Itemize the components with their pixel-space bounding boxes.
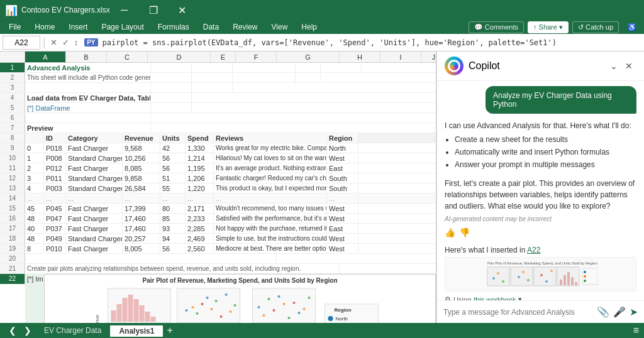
cell-b2[interactable] <box>151 73 192 82</box>
cell-link-a22[interactable]: A22 <box>527 246 540 254</box>
col-header-e[interactable]: E <box>211 52 236 62</box>
share-button[interactable]: ↑ Share ▾ <box>528 21 569 33</box>
cell-d8[interactable]: Revenue <box>123 133 160 143</box>
row-num-3: 3 <box>0 83 25 92</box>
cell-c8[interactable]: Category <box>66 133 123 143</box>
svg-point-83 <box>492 277 495 280</box>
copilot-response-text: First, let's create a pair plot. This pr… <box>445 178 636 212</box>
col-header-b[interactable]: B <box>66 52 107 62</box>
ribbon-tab-pagelayout[interactable]: Page Layout <box>95 21 150 33</box>
col-header-f[interactable]: F <box>236 52 277 62</box>
ribbon-tab-review[interactable]: Review <box>226 21 264 33</box>
cell-e1[interactable] <box>296 63 321 72</box>
svg-rect-79 <box>487 267 509 286</box>
cell-a22-image[interactable]: [*] Image <box>25 274 44 323</box>
comments-button[interactable]: 💬 💬 Comments Comments <box>469 21 524 33</box>
thumbs-up-button[interactable]: 👍 <box>445 226 455 239</box>
python-badge: PY <box>84 38 97 46</box>
minimize-button[interactable]: ─ <box>110 0 139 20</box>
ribbon-tab-formulas[interactable]: Formulas <box>152 21 196 33</box>
col-header-g[interactable]: G <box>277 52 340 62</box>
cell-c2[interactable] <box>192 73 233 82</box>
window-controls: ─ ❐ ✕ <box>110 0 197 20</box>
svg-point-36 <box>303 308 306 310</box>
cell-a7[interactable]: Preview <box>25 123 151 133</box>
cell-b5[interactable] <box>151 103 192 112</box>
formula-bar: | ✕ ✓ ↕ PY pairplot = sns.pairplot(EVDat… <box>0 34 644 52</box>
cell-f1[interactable] <box>321 63 362 72</box>
copilot-response-1: I can use Advanced Analysis for that. He… <box>445 120 636 172</box>
ribbon-tab-file[interactable]: File <box>3 21 27 33</box>
cell-a21[interactable]: Create pair plots analyzing relationship… <box>25 264 340 273</box>
sheet-tab-ev-charger-data[interactable]: EV Charger Data <box>35 325 110 336</box>
cell-a1[interactable]: Advanced Analysis <box>25 63 151 72</box>
copilot-logo <box>445 57 464 75</box>
inserted-section: Here's what I inserted in A22 Pair Plot … <box>445 246 636 300</box>
ribbon: File Home Insert Page Layout Formulas Da… <box>0 20 644 34</box>
cell-b3[interactable] <box>151 83 192 92</box>
cell-a3[interactable] <box>25 83 151 92</box>
cell-c1[interactable] <box>192 63 233 72</box>
accessibility-button[interactable]: ♿ <box>623 22 641 33</box>
microphone-button[interactable]: 🎤 <box>613 306 626 318</box>
cell-b1[interactable] <box>151 63 192 72</box>
cell-e8[interactable]: Units <box>160 133 186 143</box>
ribbon-tab-home[interactable]: Home <box>28 21 61 33</box>
col-header-a[interactable]: A <box>25 52 66 62</box>
cell-j8[interactable]: Region <box>327 133 358 143</box>
sheets-menu-button[interactable]: ≡ <box>633 325 639 336</box>
col-header-i[interactable]: I <box>380 52 421 62</box>
row-num-21: 21 <box>0 264 25 273</box>
close-button[interactable]: ✕ <box>168 0 197 20</box>
svg-point-22 <box>220 315 223 318</box>
copilot-close-button[interactable]: ✕ <box>621 60 636 72</box>
ribbon-tab-help[interactable]: Help <box>295 21 323 33</box>
cell-d2[interactable] <box>233 73 296 82</box>
cell-b8[interactable]: ID <box>44 133 66 143</box>
svg-rect-95 <box>571 277 574 285</box>
confirm-formula-icon[interactable]: ✓ <box>60 38 71 47</box>
thumbs-down-button[interactable]: 👎 <box>459 226 470 239</box>
svg-point-31 <box>278 295 280 298</box>
cell-c3[interactable] <box>192 83 233 92</box>
cell-f8[interactable]: Spend <box>186 133 214 143</box>
svg-rect-7 <box>117 304 122 322</box>
ribbon-tab-data[interactable]: Data <box>197 21 225 33</box>
ribbon-tab-view[interactable]: View <box>265 21 294 33</box>
cell-e2[interactable] <box>296 73 321 82</box>
col-header-d[interactable]: D <box>148 52 211 62</box>
cell-a5[interactable]: [*] DataFrame <box>25 103 151 112</box>
col-header-j[interactable]: J <box>421 52 436 62</box>
formula-bar-divider: | <box>43 36 46 49</box>
cell-a6[interactable] <box>25 113 151 123</box>
cell-g8[interactable]: Reviews <box>214 133 327 143</box>
cell-a2[interactable]: This sheet will include all Python code … <box>25 73 151 82</box>
svg-text:North: North <box>336 316 348 322</box>
svg-point-21 <box>215 300 218 302</box>
copilot-message-input[interactable] <box>443 308 593 317</box>
svg-point-70 <box>328 316 333 321</box>
dropdown-icon[interactable]: ▾ <box>518 295 522 300</box>
cell-b4[interactable] <box>151 93 192 102</box>
col-header-h[interactable]: H <box>340 52 380 62</box>
prev-sheet-button[interactable]: ❮ <box>5 325 20 335</box>
copilot-collapse-button[interactable]: ⌄ <box>606 60 621 72</box>
sheet-tab-analysis1[interactable]: Analysis1 <box>110 324 163 337</box>
cell-a4[interactable]: Load data from EV Charger Data, Table1 <box>25 93 151 102</box>
add-sheet-button[interactable]: + <box>163 325 176 336</box>
cancel-formula-icon[interactable]: ✕ <box>48 38 59 47</box>
cell-a8[interactable] <box>25 133 44 143</box>
user-message-bubble: Analyze my EV Charger Data using Python <box>486 86 636 114</box>
cell-reference-box[interactable] <box>3 36 40 50</box>
next-sheet-button[interactable]: ❯ <box>20 325 35 335</box>
cell-d1[interactable] <box>233 63 296 72</box>
row-num-22: 22 <box>0 274 25 284</box>
workbook-link[interactable]: this workbook <box>474 296 516 301</box>
send-button[interactable]: ➤ <box>630 306 638 318</box>
maximize-button[interactable]: ❐ <box>139 0 168 20</box>
catchup-button[interactable]: ↺ ↺ Catch up Catch up <box>572 21 619 33</box>
expand-formula-icon[interactable]: ↕ <box>72 38 80 47</box>
attachment-button[interactable]: 📎 <box>597 306 609 318</box>
col-header-c[interactable]: C <box>107 52 148 62</box>
ribbon-tab-insert[interactable]: Insert <box>62 21 94 33</box>
